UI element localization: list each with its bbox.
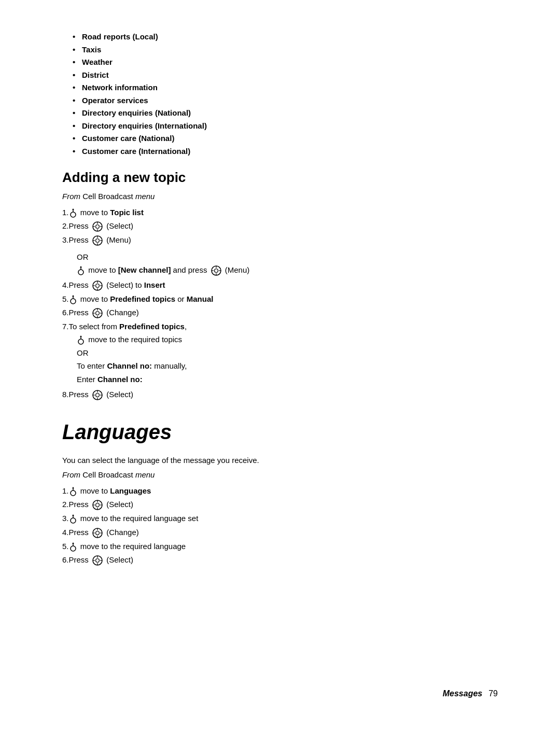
step7-enter-channel: Enter Channel no: [62,374,498,386]
channel-no-enter-bold: Channel no: [97,375,143,384]
joystick-icon [69,294,80,303]
step-2: 2. Press (Select) [62,220,498,232]
lang-step-5: 5. move to the required language [62,541,498,553]
step-content: Press (Menu) [69,234,131,246]
nav-icon [91,555,106,564]
step-content: move to Predefined topics or Manual [69,293,214,305]
nav-icon [91,390,106,399]
svg-point-34 [96,312,100,315]
insert-bold: Insert [144,280,165,289]
step-8: 8. Press (Select) [62,389,498,401]
svg-point-25 [96,284,100,287]
step-3: 3. Press (Menu) [62,234,498,246]
nav-icon [91,235,106,244]
or-line: OR [62,251,498,263]
bullet-item: Operator services [73,95,498,107]
svg-marker-50 [72,487,74,488]
bold-text: Topic list [110,208,144,217]
footer-page: 79 [488,687,498,700]
svg-point-39 [78,339,83,344]
lang-step-4: 4. Press (Change) [62,527,498,539]
step-6: 6. Press (Change) [62,307,498,319]
nav-icon [91,528,106,537]
bullet-item: Road reports (Local) [73,31,498,43]
step-content: Press (Select) [69,554,133,566]
joystick-icon [69,514,80,523]
step-num: 2. [62,499,69,511]
step-content: move to the required language set [69,513,199,525]
step-content: move to Languages [69,485,151,497]
adding-section: Adding a new topic From Cell Broadcast m… [62,167,498,401]
step-content: To select from Predefined topics, [69,321,187,333]
from-text: From [62,192,80,201]
bullet-item: Customer care (National) [73,133,498,145]
bullet-item: Directory enquiries (National) [73,107,498,119]
broadcast-text: Cell Broadcast [82,470,135,479]
lang-step-1: 1. move to Languages [62,485,498,497]
nav-icon [91,500,106,509]
nav-icon [91,280,106,289]
step-num: 6. [62,554,69,566]
channel-no-bold: Channel no: [107,361,152,370]
svg-point-30 [71,299,76,304]
svg-point-10 [96,239,100,243]
svg-point-57 [71,518,76,523]
svg-point-66 [71,546,76,551]
joystick-icon [69,208,80,217]
lang-step-3: 3. move to the required language set [62,513,498,525]
languages-bold: Languages [110,486,151,495]
svg-point-43 [96,393,100,397]
joystick-icon [69,542,80,551]
manual-bold: Manual [187,294,214,303]
steps-4-6: 4. Press (Select) to Insert [62,279,498,333]
svg-marker-59 [72,514,74,516]
step-content: Press (Select) [69,389,133,401]
svg-marker-41 [80,335,82,337]
bullet-item: Weather [73,57,498,68]
bullet-item: Customer care (International) [73,146,498,158]
step-num: 1. [62,207,69,219]
lang-step-2: 2. Press (Select) [62,499,498,511]
footer-label: Messages [443,687,483,700]
svg-point-61 [96,531,100,535]
svg-point-48 [71,490,76,496]
svg-marker-68 [72,542,74,544]
step-4: 4. Press (Select) to Insert [62,279,498,291]
bullet-item: Directory enquiries (International) [73,120,498,132]
step7-channel: To enter Channel no: manually, [62,360,498,372]
languages-from-line: From Cell Broadcast menu [62,469,498,481]
nav-icon [91,221,106,230]
bullet-list: Road reports (Local) Taxis Weather Distr… [62,31,498,157]
languages-title: Languages [62,416,498,447]
step-content: Press (Change) [69,307,139,319]
step-1: 1. move to Topic list [62,207,498,219]
svg-point-15 [78,270,83,275]
step7-sub1: move to the required topics [62,334,498,346]
footer: Messages 79 [443,687,498,700]
nav-icon [209,265,225,274]
predefined-bold: Predefined topics [110,294,175,303]
bullet-item: District [73,69,498,81]
step-num: 8. [62,389,69,401]
step-content: Press (Select) [69,220,133,232]
joystick-icon [69,486,80,495]
nav-icon [91,308,106,317]
adding-from-line: From Cell Broadcast menu [62,191,498,203]
step-num: 7. [62,321,69,333]
step-num: 6. [62,307,69,319]
step7-or: OR [62,347,498,359]
step-num: 1. [62,485,69,497]
step-num: 4. [62,527,69,539]
step-content: Press (Select) to Insert [69,279,165,291]
lang-step-6: 6. Press (Select) [62,554,498,566]
menu-text: menu [135,192,155,201]
svg-marker-32 [72,295,74,297]
step-7: 7. To select from Predefined topics, [62,321,498,333]
step-num: 4. [62,279,69,291]
step-content: Press (Change) [69,527,139,539]
languages-description: You can select the language of the messa… [62,455,498,467]
step-content: Press (Select) [69,499,133,511]
joystick-icon [77,265,88,274]
adding-title: Adding a new topic [62,167,498,188]
menu-text: menu [135,470,155,479]
